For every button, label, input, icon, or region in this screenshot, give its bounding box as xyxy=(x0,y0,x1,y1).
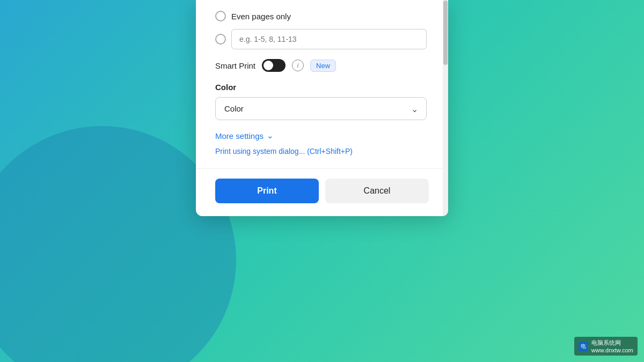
cancel-button[interactable]: Cancel xyxy=(325,179,429,203)
scroll-thumb xyxy=(443,1,448,65)
custom-range-radio[interactable] xyxy=(215,34,226,45)
even-pages-radio[interactable] xyxy=(215,11,226,21)
system-dialog-link[interactable]: Print using system dialog... (Ctrl+Shift… xyxy=(215,147,427,156)
print-dialog: Even pages only Smart Print i New Color … xyxy=(196,0,448,216)
color-section-label: Color xyxy=(215,83,427,92)
smart-print-row: Smart Print i New xyxy=(215,59,427,72)
new-badge-button[interactable]: New xyxy=(310,60,336,72)
watermark-icon: 电 xyxy=(579,342,588,351)
even-pages-label: Even pages only xyxy=(231,12,291,21)
watermark-text: 电脑系统网 www.dnxtw.com xyxy=(591,339,633,353)
more-settings-label: More settings xyxy=(215,131,264,141)
toggle-knob xyxy=(264,61,273,70)
even-pages-row: Even pages only xyxy=(215,11,427,21)
scrollbar[interactable] xyxy=(443,0,448,216)
more-settings-link[interactable]: More settings ⌄ xyxy=(215,131,427,141)
print-button[interactable]: Print xyxy=(215,179,319,203)
smart-print-toggle[interactable] xyxy=(262,59,286,72)
dialog-footer: Print Cancel xyxy=(196,168,448,216)
watermark-icon-text: 电 xyxy=(581,343,586,350)
smart-print-label: Smart Print xyxy=(215,61,255,70)
system-dialog-label: Print using system dialog... (Ctrl+Shift… xyxy=(215,147,353,156)
info-icon[interactable]: i xyxy=(292,60,304,71)
watermark: 电 电脑系统网 www.dnxtw.com xyxy=(574,337,638,356)
dialog-content: Even pages only Smart Print i New Color … xyxy=(196,0,448,168)
custom-range-row xyxy=(215,29,427,49)
color-dropdown[interactable]: Color Black and white xyxy=(215,97,427,120)
more-settings-chevron-icon: ⌄ xyxy=(267,131,274,141)
color-select-wrapper: Color Black and white ⌄ xyxy=(215,97,427,120)
custom-range-input[interactable] xyxy=(231,29,427,49)
